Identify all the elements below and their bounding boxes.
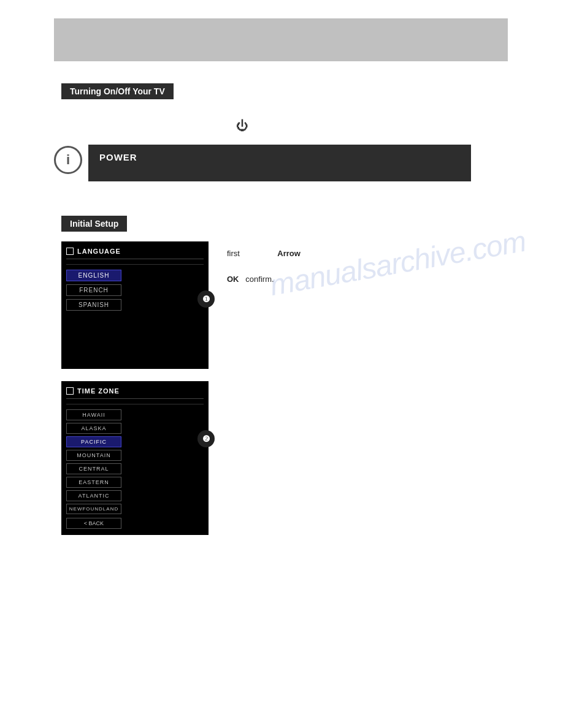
language-panel-header: LANGUAGE bbox=[66, 248, 204, 259]
lang-btn-spanish[interactable]: SPANISH bbox=[66, 299, 121, 311]
step1-confirm: confirm. bbox=[245, 275, 274, 284]
language-checkbox bbox=[66, 248, 74, 255]
tz-back-button[interactable]: < BACK bbox=[66, 518, 121, 529]
info-circle-icon: i bbox=[54, 146, 82, 174]
timezone-label: TIME ZONE bbox=[77, 387, 120, 395]
language-panel: LANGUAGE ENGLISH FRENCH SPANISH bbox=[61, 241, 209, 369]
power-icon-area: ⏻ bbox=[236, 118, 563, 134]
info-label: POWER bbox=[99, 152, 460, 162]
lang-btn-french[interactable]: FRENCH bbox=[66, 284, 121, 296]
language-black-area bbox=[66, 314, 204, 363]
timezone-panel-header: TIME ZONE bbox=[66, 387, 204, 399]
tz-btn-newfoundland[interactable]: NEWFOUNDLAND bbox=[66, 504, 121, 514]
header-bar bbox=[54, 18, 508, 61]
turning-on-title: Turning On/Off Your TV bbox=[61, 83, 174, 99]
step1-text: first Arrow OK confirm. bbox=[227, 241, 509, 286]
power-icon: ⏻ bbox=[236, 119, 248, 132]
tz-btn-hawaii[interactable]: HAWAII bbox=[66, 409, 121, 420]
language-setup-area: LANGUAGE ENGLISH FRENCH SPANISH ❶ first … bbox=[61, 241, 509, 369]
tz-btn-pacific[interactable]: PACIFIC bbox=[66, 436, 121, 447]
step1-desc-area: ❶ first Arrow OK confirm. bbox=[209, 241, 509, 369]
info-box: i POWER bbox=[54, 145, 471, 181]
language-label: LANGUAGE bbox=[77, 248, 121, 255]
timezone-panel: TIME ZONE HAWAII ALASKA PACIFIC MOUNTAIN… bbox=[61, 381, 209, 535]
info-content: POWER bbox=[88, 145, 471, 181]
timezone-setup-area: TIME ZONE HAWAII ALASKA PACIFIC MOUNTAIN… bbox=[61, 381, 509, 535]
initial-setup-title: Initial Setup bbox=[61, 216, 127, 232]
step1-arrow: Arrow bbox=[277, 249, 301, 258]
tz-btn-eastern[interactable]: EASTERN bbox=[66, 477, 121, 488]
step1-ok: OK bbox=[227, 275, 239, 284]
step1-number: ❶ bbox=[197, 290, 215, 308]
tz-btn-alaska[interactable]: ALASKA bbox=[66, 423, 121, 434]
tz-btn-central[interactable]: CENTRAL bbox=[66, 463, 121, 474]
step1-first: first bbox=[227, 249, 240, 258]
step2-desc-area: ❷ bbox=[209, 381, 509, 535]
tz-btn-mountain[interactable]: MOUNTAIN bbox=[66, 450, 121, 461]
step2-number: ❷ bbox=[197, 430, 215, 447]
lang-btn-english[interactable]: ENGLISH bbox=[66, 270, 121, 281]
tz-btn-atlantic[interactable]: ATLANTIC bbox=[66, 490, 121, 501]
timezone-checkbox bbox=[66, 387, 74, 395]
step2-text bbox=[227, 381, 509, 387]
